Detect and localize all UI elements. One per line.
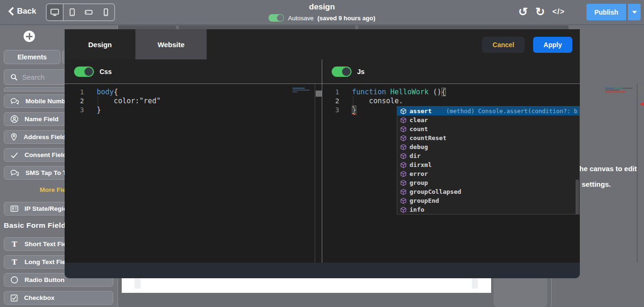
tab-design[interactable]: Design bbox=[65, 29, 135, 59]
css-toggle[interactable] bbox=[74, 66, 94, 77]
js-scrollbar[interactable] bbox=[637, 84, 644, 263]
suggestion-item[interactable]: countReset bbox=[397, 133, 579, 142]
js-scrollbar-thumb[interactable] bbox=[638, 85, 644, 96]
method-icon bbox=[400, 180, 407, 186]
suggestion-label: assert bbox=[410, 108, 432, 115]
sidebar-item-label: Long Text Field bbox=[25, 258, 71, 266]
js-minimap[interactable] bbox=[605, 88, 636, 93]
panel-top-fragment bbox=[118, 25, 176, 29]
right-panel-message-line1: he canvas to edit bbox=[579, 165, 637, 173]
custom-code-modal: Design Website Cancel Apply Css Js 1 2 3… bbox=[65, 29, 580, 278]
suggestion-label: groupEnd bbox=[410, 197, 439, 204]
suggestion-label: groupCollapsed bbox=[410, 188, 461, 195]
suggestion-item[interactable]: debug bbox=[397, 142, 579, 151]
redo-icon[interactable]: ↻ bbox=[535, 5, 545, 19]
method-icon bbox=[400, 153, 407, 159]
cancel-button[interactable]: Cancel bbox=[482, 37, 525, 53]
css-code-line-1: body{ bbox=[97, 88, 118, 97]
suggestion-label: group bbox=[410, 179, 428, 186]
line-number: 2 bbox=[70, 97, 84, 106]
radio-icon bbox=[10, 276, 18, 284]
method-icon bbox=[400, 198, 407, 204]
autocomplete-dropdown: assert (method) Console.assert(condition… bbox=[397, 106, 580, 215]
suggestion-item[interactable]: info bbox=[397, 205, 579, 214]
css-toggle-row: Css bbox=[65, 59, 322, 83]
indent-guide bbox=[98, 97, 98, 106]
apply-button[interactable]: Apply bbox=[533, 37, 572, 53]
add-element-button[interactable] bbox=[24, 31, 35, 42]
sidebar-item-label: Consent Field bbox=[25, 151, 67, 158]
suggestion-item[interactable]: groupEnd bbox=[397, 196, 579, 205]
search-icon bbox=[10, 74, 18, 81]
css-scrollbar-thumb[interactable] bbox=[316, 91, 322, 97]
suggestion-label: clear bbox=[410, 116, 428, 124]
chevron-down-icon bbox=[632, 11, 637, 14]
line-number: 1 bbox=[325, 88, 339, 97]
line-number: 2 bbox=[325, 97, 339, 106]
js-code-line-2: console. bbox=[352, 97, 403, 106]
sidebar-item-label: Checkbox bbox=[24, 294, 55, 301]
text-icon: T bbox=[10, 240, 18, 249]
suggestion-item[interactable]: assert (method) Console.assert(condition… bbox=[397, 107, 579, 116]
text-icon: T bbox=[10, 258, 18, 266]
publish-dropdown-button[interactable] bbox=[627, 4, 641, 20]
autosave-status: (saved 9 hours ago) bbox=[318, 15, 376, 22]
code-icon[interactable]: </> bbox=[552, 8, 565, 16]
css-scrollbar[interactable] bbox=[315, 84, 321, 263]
autosave-toggle[interactable] bbox=[268, 14, 284, 22]
line-number: 3 bbox=[70, 106, 84, 115]
panel-card-fragment bbox=[493, 275, 547, 307]
undo-icon[interactable]: ↺ bbox=[519, 5, 528, 19]
modal-footer bbox=[65, 263, 580, 278]
method-icon bbox=[400, 171, 407, 177]
suggestion-item[interactable]: dirxml bbox=[397, 160, 579, 169]
minimap-mark bbox=[605, 88, 633, 89]
js-toggle[interactable] bbox=[332, 66, 351, 77]
css-code-editor[interactable]: 1 2 3 body{ color:"red" } bbox=[65, 84, 322, 263]
css-code-line-3: } bbox=[97, 106, 101, 115]
chat-icon bbox=[10, 169, 19, 177]
method-icon bbox=[400, 135, 407, 141]
tab-website-label: Website bbox=[158, 41, 184, 49]
publish-button[interactable]: Publish bbox=[586, 4, 626, 20]
suggestion-item[interactable]: count bbox=[397, 124, 579, 133]
js-toggle-label: Js bbox=[357, 68, 365, 75]
suggestion-label: countReset bbox=[410, 134, 446, 141]
suggestion-label: info bbox=[410, 206, 424, 213]
right-panel-message-line2: settings. bbox=[582, 180, 611, 188]
basic-form-fields-heading: Basic Form Fields bbox=[4, 221, 70, 230]
line-number: 1 bbox=[70, 88, 84, 97]
suggestion-item[interactable]: error bbox=[397, 169, 579, 178]
panel-top-fragment bbox=[358, 25, 569, 29]
method-icon bbox=[400, 117, 407, 124]
tab-website[interactable]: Website bbox=[135, 29, 207, 59]
tab-elements[interactable]: Elements bbox=[4, 50, 60, 64]
suggestion-item[interactable]: clear bbox=[397, 116, 579, 124]
method-icon bbox=[400, 126, 407, 133]
minimap-mark bbox=[293, 90, 309, 91]
more-fields-link[interactable]: More Fiel bbox=[40, 186, 67, 193]
css-minimap[interactable] bbox=[293, 88, 311, 93]
sidebar-item-checkbox[interactable]: Checkbox bbox=[4, 291, 113, 305]
suggestion-item[interactable]: group bbox=[397, 178, 579, 187]
line-number: 3 bbox=[325, 106, 339, 115]
id-card-icon bbox=[10, 205, 18, 212]
method-icon bbox=[400, 144, 407, 150]
method-icon bbox=[400, 162, 407, 168]
topbar-actions: ↺ ↻ </> bbox=[519, 5, 565, 19]
sidebar-item-label: Name Field bbox=[25, 116, 59, 123]
top-bar: Back design Autosave (saved 9 hours ago)… bbox=[0, 0, 644, 25]
suggestion-item[interactable]: dir bbox=[397, 151, 579, 160]
minimap-mark bbox=[293, 88, 305, 89]
dropdown-scrollbar[interactable] bbox=[576, 180, 579, 214]
minimap-mark bbox=[605, 90, 619, 91]
js-toggle-row: Js bbox=[322, 59, 580, 83]
sidebar-item-label: IP State/Region bbox=[25, 205, 71, 212]
checkbox-icon bbox=[10, 294, 18, 302]
panel-top-fragment bbox=[179, 25, 355, 29]
chat-icon bbox=[10, 98, 19, 105]
suggestion-item[interactable]: groupCollapsed bbox=[397, 187, 579, 196]
scrollbar-error-marker bbox=[641, 103, 644, 106]
css-toggle-label: Css bbox=[100, 68, 112, 75]
tab-design-label: Design bbox=[88, 41, 112, 49]
